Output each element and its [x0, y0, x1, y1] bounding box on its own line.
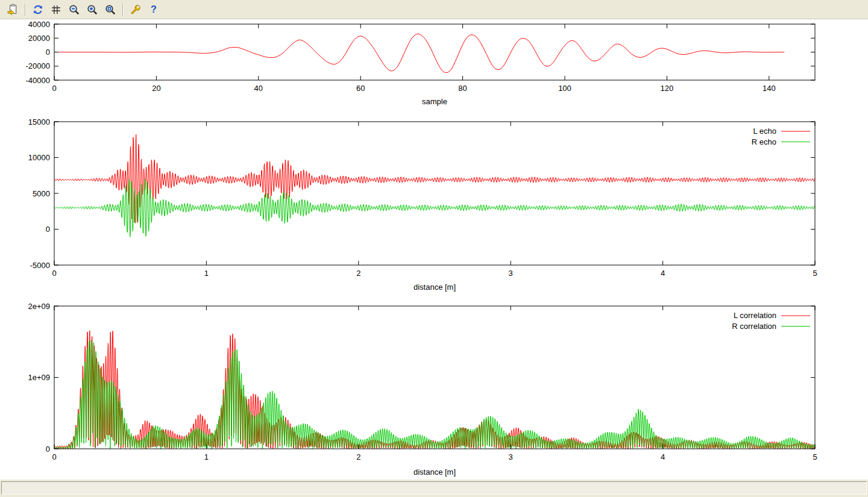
svg-text:100: 100 [558, 84, 571, 93]
toggle-grid-button[interactable] [48, 2, 64, 17]
svg-text:40: 40 [254, 84, 263, 93]
svg-text:0: 0 [46, 445, 50, 454]
signal-chart[interactable]: 020406080100120140-40000-200000200004000… [0, 19, 868, 114]
svg-text:2e+09: 2e+09 [28, 302, 50, 311]
copy-icon [7, 4, 19, 16]
svg-text:3: 3 [509, 452, 513, 461]
replot-icon [32, 4, 44, 16]
correlation-chart[interactable]: 01234501e+092e+09distance [m]L correlati… [0, 298, 868, 479]
plot-canvas: 020406080100120140-40000-200000200004000… [0, 19, 868, 479]
zoom-next-button[interactable] [84, 2, 101, 17]
svg-text:-20000: -20000 [26, 61, 50, 70]
copy-to-clipboard-button[interactable] [4, 2, 21, 17]
svg-text:4: 4 [661, 269, 665, 278]
toolbar-separator [122, 4, 124, 16]
status-field [1, 481, 867, 495]
svg-text:L echo: L echo [753, 127, 776, 136]
svg-text:2: 2 [356, 269, 360, 278]
svg-text:-5000: -5000 [30, 261, 50, 270]
toolbar-separator [25, 4, 26, 16]
configure-button[interactable] [127, 2, 144, 17]
svg-text:R echo: R echo [752, 137, 776, 146]
svg-text:20000: 20000 [28, 34, 50, 43]
svg-text:distance [m]: distance [m] [414, 283, 456, 292]
svg-text:0: 0 [46, 225, 50, 234]
zoom-previous-icon [68, 4, 80, 16]
svg-text:3: 3 [509, 269, 513, 278]
gnuplot-window: ? 020406080100120140-40000-2000002000040… [0, 0, 868, 497]
zoom-previous-button[interactable] [66, 2, 83, 17]
svg-text:1: 1 [204, 452, 209, 461]
status-bar [0, 479, 868, 497]
svg-text:1e+09: 1e+09 [28, 373, 50, 382]
svg-text:L correlation: L correlation [734, 311, 776, 320]
wrench-icon [130, 4, 142, 16]
svg-text:4: 4 [661, 452, 665, 461]
help-button[interactable]: ? [145, 2, 162, 17]
svg-text:60: 60 [356, 84, 365, 93]
autoscale-icon [104, 4, 116, 16]
svg-text:140: 140 [763, 84, 776, 93]
svg-text:15000: 15000 [28, 117, 50, 127]
autoscale-button[interactable] [102, 2, 119, 17]
svg-text:20: 20 [152, 84, 160, 93]
svg-text:10000: 10000 [28, 153, 50, 162]
replot-button[interactable] [30, 2, 46, 17]
svg-text:sample: sample [422, 97, 447, 106]
svg-text:0: 0 [52, 269, 56, 278]
toolbar: ? [0, 0, 868, 19]
svg-text:0: 0 [46, 48, 50, 57]
svg-text:120: 120 [661, 84, 674, 93]
svg-text:5: 5 [813, 269, 817, 278]
svg-text:80: 80 [458, 84, 467, 93]
svg-text:2: 2 [356, 452, 360, 461]
svg-text:distance [m]: distance [m] [414, 467, 456, 477]
svg-text:40000: 40000 [28, 20, 50, 29]
svg-text:5: 5 [813, 452, 817, 461]
svg-text:5000: 5000 [33, 189, 50, 198]
zoom-next-icon [86, 4, 98, 16]
echo-chart[interactable]: 012345-5000050001000015000distance [m]L … [0, 114, 868, 298]
svg-text:0: 0 [52, 452, 56, 461]
svg-text:R correlation: R correlation [732, 322, 776, 331]
svg-text:-40000: -40000 [26, 76, 50, 85]
svg-text:0: 0 [52, 84, 56, 93]
help-icon: ? [151, 5, 157, 14]
grid-icon [50, 4, 62, 16]
svg-text:1: 1 [204, 269, 209, 278]
